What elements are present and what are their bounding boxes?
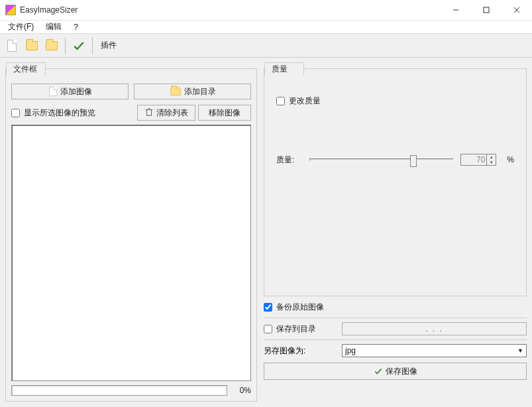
save-to-dir-input[interactable] [264,325,272,333]
toolbar-apply-button[interactable] [70,36,88,55]
save-to-dir-label: 保存到目录 [276,323,316,335]
menu-edit[interactable]: 编辑 [40,21,67,33]
window-title: EasyImageSizer [20,5,78,15]
toolbar-separator [65,37,66,54]
divider [264,318,527,318]
change-quality-checkbox[interactable]: 更改质量 [276,95,321,107]
quality-group: 质量 更改质量 质量: ▲ ▼ [264,68,527,296]
filebox-group: 文件框 添加图像 添加目录 显示所选图像的预览 [5,68,257,402]
format-select[interactable]: jpg ▼ [342,344,527,357]
save-image-label: 保存图像 [386,366,417,377]
right-panel: 质量 更改质量 质量: ▲ ▼ [264,62,527,402]
close-button[interactable] [502,0,532,20]
save-as-label: 另存图像为: [264,345,337,357]
spinner-up[interactable]: ▲ [487,154,496,160]
svg-rect-4 [147,109,152,115]
format-value: jpg [345,346,356,355]
main-area: 文件框 添加图像 添加目录 显示所选图像的预览 [0,58,532,407]
toolbar: 插件 [0,34,532,58]
toolbar-folder1-button[interactable] [23,36,41,55]
quality-value-input[interactable] [460,154,487,166]
progress-text: 0% [233,386,251,395]
quality-spinner[interactable]: ▲ ▼ [460,154,496,166]
folder-icon [170,87,180,95]
app-icon [5,5,16,15]
file-icon [49,87,56,96]
maximize-button[interactable] [471,0,502,20]
svg-rect-1 [484,7,489,13]
save-to-dir-checkbox[interactable]: 保存到目录 [264,323,337,335]
add-directory-button[interactable]: 添加目录 [134,84,251,99]
folder-icon [26,41,38,50]
backup-original-checkbox[interactable]: 备份原始图像 [264,302,324,313]
remove-image-label: 移除图像 [209,107,240,119]
directory-picker-button[interactable]: . . . [342,322,527,335]
toolbar-separator [92,37,93,54]
toolbar-plugins-label: 插件 [101,40,117,51]
left-panel: 文件框 添加图像 添加目录 显示所选图像的预览 [5,62,257,402]
quality-unit: % [507,155,514,164]
remove-image-button[interactable]: 移除图像 [198,105,251,121]
folder-icon [46,41,58,50]
backup-original-label: 备份原始图像 [276,302,324,313]
quality-label: 质量: [276,154,303,166]
divider [264,339,527,340]
clear-list-label: 清除列表 [156,107,188,119]
show-preview-input[interactable] [11,109,20,117]
menu-help[interactable]: ? [68,22,83,32]
save-image-button[interactable]: 保存图像 [264,363,527,380]
change-quality-input[interactable] [276,97,285,105]
directory-placeholder: . . . [425,324,443,333]
chevron-down-icon: ▼ [517,347,523,354]
add-image-label: 添加图像 [60,86,92,97]
trash-icon [144,107,154,119]
check-icon [374,367,383,376]
title-bar: EasyImageSizer [0,0,532,21]
show-preview-checkbox[interactable]: 显示所选图像的预览 [11,107,95,119]
toolbar-new-file-button[interactable] [3,36,21,55]
add-directory-label: 添加目录 [184,86,216,97]
show-preview-label: 显示所选图像的预览 [24,107,95,119]
clear-list-button[interactable]: 清除列表 [137,105,195,121]
file-icon [7,40,17,52]
add-image-button[interactable]: 添加图像 [11,84,129,99]
image-listbox[interactable] [11,125,251,381]
progress-bar [11,385,227,396]
minimize-button[interactable] [441,0,471,20]
menu-bar: 文件(F) 编辑 ? [0,21,532,34]
quality-slider[interactable] [309,158,454,161]
toolbar-folder2-button[interactable] [42,36,61,55]
menu-file[interactable]: 文件(F) [3,21,39,33]
backup-original-input[interactable] [264,303,272,312]
quality-tab[interactable]: 质量 [264,62,304,76]
spinner-down[interactable]: ▼ [487,160,496,165]
change-quality-label: 更改质量 [289,95,321,107]
filebox-group-title: 文件框 [6,62,46,76]
quality-slider-thumb[interactable] [410,155,417,167]
